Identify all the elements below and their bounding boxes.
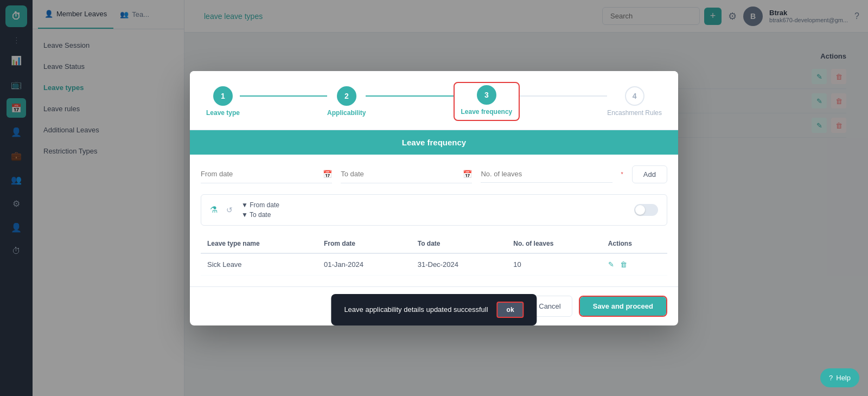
toast-message: Leave applicability details updated succ… bbox=[344, 305, 488, 314]
save-proceed-box: Save and proceed bbox=[579, 296, 667, 317]
add-inline-button[interactable]: Add bbox=[632, 165, 667, 183]
from-date-calendar-icon[interactable]: 📅 bbox=[323, 170, 332, 178]
step-3-label: Leave frequency bbox=[461, 108, 513, 116]
step-line-3-4 bbox=[520, 95, 607, 97]
step-line-2-3 bbox=[366, 95, 453, 97]
step-4: 4 Encashment Rules bbox=[607, 86, 662, 117]
help-icon: ? bbox=[829, 374, 833, 382]
step-1-circle: 1 bbox=[213, 86, 233, 106]
row-edit-icon[interactable]: ✎ bbox=[608, 260, 614, 269]
help-label: Help bbox=[836, 374, 851, 382]
step-2: 2 Applicability bbox=[327, 86, 366, 117]
modal: 1 Leave type 2 Applicability 3 Leave fre… bbox=[190, 71, 678, 325]
filter-tags: ▼ From date ▼ To date bbox=[241, 201, 279, 219]
to-date-field: 📅 bbox=[341, 165, 472, 183]
toggle-switch[interactable] bbox=[634, 204, 658, 216]
modal-body: 📅 📅 * Add ⚗ ↺ ▼ From date ▼ To date bbox=[190, 155, 678, 286]
step-3-circle: 3 bbox=[477, 85, 496, 105]
cell-actions: ✎ 🗑 bbox=[602, 253, 667, 276]
filter-tag-from-date: ▼ From date bbox=[241, 201, 279, 209]
step-4-circle: 4 bbox=[625, 86, 644, 106]
row-delete-icon[interactable]: 🗑 bbox=[620, 260, 627, 269]
cell-from-date: 01-Jan-2024 bbox=[317, 253, 411, 276]
col-leave-type-name: Leave type name bbox=[201, 234, 317, 253]
table-scroll: Leave type name From date To date No. of… bbox=[201, 234, 667, 276]
cell-to-date: 31-Dec-2024 bbox=[411, 253, 507, 276]
cell-no-of-leaves: 10 bbox=[507, 253, 602, 276]
step-3-highlight: 3 Leave frequency bbox=[454, 82, 520, 121]
col-no-of-leaves: No. of leaves bbox=[507, 234, 602, 253]
step-1: 1 Leave type bbox=[206, 86, 240, 117]
filter-tag-to-date: ▼ To date bbox=[241, 211, 279, 219]
col-from-date: From date bbox=[317, 234, 411, 253]
col-to-date: To date bbox=[411, 234, 507, 253]
date-leaves-row: 📅 📅 * Add bbox=[201, 165, 667, 183]
filter-icon[interactable]: ⚗ bbox=[210, 205, 218, 215]
toast: Leave applicability details updated succ… bbox=[331, 294, 537, 325]
step-4-label: Encashment Rules bbox=[607, 109, 662, 117]
section-header: Leave frequency bbox=[190, 130, 678, 155]
step-1-label: Leave type bbox=[206, 109, 240, 117]
from-date-field: 📅 bbox=[201, 165, 332, 183]
filter-left: ⚗ ↺ ▼ From date ▼ To date bbox=[210, 201, 279, 219]
table-row: Sick Leave 01-Jan-2024 31-Dec-2024 10 ✎ … bbox=[201, 253, 667, 276]
filter-row: ⚗ ↺ ▼ From date ▼ To date bbox=[201, 194, 667, 226]
to-date-calendar-icon[interactable]: 📅 bbox=[463, 170, 472, 178]
from-date-input[interactable] bbox=[201, 170, 318, 178]
save-proceed-button[interactable]: Save and proceed bbox=[580, 297, 666, 316]
modal-overlay: 1 Leave type 2 Applicability 3 Leave fre… bbox=[0, 0, 868, 396]
help-button[interactable]: ? Help bbox=[820, 368, 859, 387]
step-2-circle: 2 bbox=[337, 86, 356, 106]
to-date-input[interactable] bbox=[341, 170, 458, 178]
stepper: 1 Leave type 2 Applicability 3 Leave fre… bbox=[190, 71, 678, 130]
toggle-knob bbox=[635, 205, 645, 215]
reset-icon[interactable]: ↺ bbox=[226, 206, 233, 214]
toast-ok-button[interactable]: ok bbox=[497, 302, 524, 318]
cell-leave-type-name: Sick Leave bbox=[201, 253, 317, 276]
step-2-label: Applicability bbox=[327, 109, 366, 117]
no-of-leaves-input[interactable] bbox=[481, 165, 612, 183]
step-line-1-2 bbox=[240, 95, 327, 97]
col-actions: Actions bbox=[602, 234, 667, 253]
frequency-table: Leave type name From date To date No. of… bbox=[201, 234, 667, 276]
